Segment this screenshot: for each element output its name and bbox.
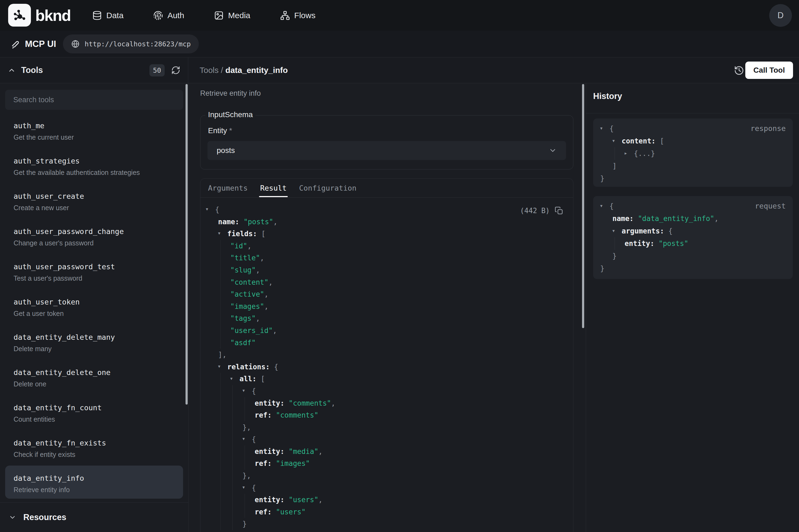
json-row: entity: "comments",	[201, 397, 573, 410]
json-row[interactable]: ▼all: [	[201, 373, 573, 385]
indent-guide	[220, 373, 221, 385]
tools-count-badge: 50	[149, 64, 165, 76]
json-punct: }	[612, 252, 617, 260]
json-row[interactable]: ▼arguments: {	[593, 225, 793, 237]
json-row[interactable]: ▼fields: [	[201, 228, 573, 240]
nav-item-media[interactable]: Media	[214, 11, 250, 20]
collapse-triangle-icon[interactable]: ▼	[600, 122, 609, 134]
collapse-triangle-icon[interactable]: ▼	[218, 227, 227, 240]
tool-item-data_entity_delete_one[interactable]: data_entity_delete_oneDelete one	[0, 364, 188, 399]
indent-guide	[220, 457, 221, 470]
refresh-tools-button[interactable]	[171, 65, 180, 75]
tool-item-data_entity_fn_exists[interactable]: data_entity_fn_existsCheck if entity exi…	[0, 435, 188, 470]
collapse-triangle-icon[interactable]: ▼	[600, 200, 609, 212]
indent-guide	[614, 237, 615, 250]
json-row[interactable]: ▼{	[201, 433, 573, 445]
tool-item-auth_user_password_change[interactable]: auth_user_password_changeChange a user's…	[0, 223, 188, 259]
collapse-triangle-icon[interactable]: ▼	[230, 373, 240, 385]
content-scrollbar[interactable]	[582, 84, 584, 328]
json-string: "users"	[276, 508, 306, 516]
user-avatar[interactable]: D	[769, 4, 792, 27]
json-row: "content",	[201, 276, 573, 288]
tools-search-box	[5, 90, 183, 110]
collapse-triangle-icon[interactable]: ▼	[243, 481, 252, 494]
json-punct: [	[261, 375, 265, 383]
request-json-tree: ▼{name: "data_entity_info",▼arguments: {…	[593, 200, 793, 275]
json-punct: ]	[612, 162, 617, 170]
tool-desc: Check if entity exists	[14, 450, 180, 459]
json-punct: ,	[273, 326, 277, 335]
breadcrumb-root[interactable]: Tools /	[199, 65, 223, 75]
json-string: "posts"	[659, 240, 688, 248]
tab-arguments[interactable]: Arguments	[208, 179, 248, 197]
indent-guide	[220, 506, 221, 518]
call-tool-button[interactable]: Call Tool	[745, 61, 793, 79]
tool-item-auth_me[interactable]: auth_meGet the current user	[0, 117, 188, 153]
tool-item-auth_user_create[interactable]: auth_user_createCreate a new user	[0, 188, 188, 223]
tool-detail-panel: Retrieve entity info InputSchema Entity*…	[189, 83, 586, 532]
collapse-triangle-icon[interactable]: ▼	[612, 134, 622, 147]
json-row: }	[593, 172, 793, 185]
json-row[interactable]: ▶{...}	[593, 147, 793, 160]
json-punct: {	[252, 435, 256, 443]
collapse-triangle-icon[interactable]: ▼	[612, 225, 622, 237]
json-punct: {	[274, 363, 278, 371]
expand-triangle-icon[interactable]: ▶	[625, 147, 634, 159]
chevron-up-icon[interactable]	[7, 66, 16, 74]
tool-item-data_entity_info[interactable]: data_entity_infoRetrieve entity info	[0, 470, 188, 505]
response-json-tree: ▼{▼content: [▶{...}]}	[593, 122, 793, 185]
entity-select-value: posts	[217, 146, 235, 155]
collapse-triangle-icon[interactable]: ▼	[243, 433, 252, 445]
json-punct: ,	[318, 448, 323, 456]
database-icon	[92, 11, 102, 20]
tool-name: data_entity_fn_exists	[14, 438, 180, 448]
json-row[interactable]: ▼relations: {	[201, 361, 573, 373]
collapse-triangle-icon[interactable]: ▼	[243, 384, 252, 397]
nav-item-flows[interactable]: Flows	[280, 11, 316, 20]
json-row[interactable]: ▼{	[593, 122, 793, 135]
history-entry-response[interactable]: response ▼{▼content: [▶{...}]}	[593, 118, 793, 187]
nav-item-data[interactable]: Data	[92, 11, 123, 20]
json-row[interactable]: ▼{	[201, 385, 573, 397]
collapse-triangle-icon[interactable]: ▼	[218, 360, 227, 373]
tool-desc: Get the current user	[14, 133, 180, 141]
json-row[interactable]: ▼{	[201, 204, 573, 216]
tool-name: data_entity_delete_one	[14, 368, 180, 377]
mcp-title: MCP UI	[25, 31, 56, 57]
search-input[interactable]	[5, 96, 183, 104]
history-entry-request[interactable]: request ▼{name: "data_entity_info",▼argu…	[593, 196, 793, 279]
tab-configuration[interactable]: Configuration	[299, 179, 356, 197]
tool-item-auth_strategies[interactable]: auth_strategiesGet the available authent…	[0, 153, 188, 188]
indent-guide	[232, 409, 233, 421]
tool-item-data_entity_delete_many[interactable]: data_entity_delete_manyDelete many	[0, 329, 188, 364]
resources-section-header[interactable]: Resources	[0, 503, 188, 532]
sidebar-scrollbar[interactable]	[186, 84, 188, 404]
json-key: name:	[218, 218, 244, 226]
brand-logo[interactable]: bknd	[8, 4, 71, 26]
indent-guide	[220, 445, 221, 458]
nav-item-auth[interactable]: Auth	[153, 11, 184, 20]
indent-guide	[614, 147, 615, 160]
tool-item-data_entity_fn_count[interactable]: data_entity_fn_countCount entities	[0, 399, 188, 435]
image-icon	[214, 11, 224, 20]
tab-result[interactable]: Result	[260, 179, 287, 197]
json-string: "comments"	[289, 399, 331, 407]
indent-guide	[245, 445, 245, 458]
json-row: ref: "users"	[201, 506, 573, 518]
json-row[interactable]: ▼{	[593, 200, 793, 212]
entity-select[interactable]: posts	[208, 141, 566, 160]
json-row[interactable]: ▼{	[201, 482, 573, 494]
json-string: "id"	[230, 242, 247, 250]
mcp-url-pill[interactable]: http://localhost:28623/mcp	[63, 34, 199, 53]
history-icon[interactable]	[734, 65, 744, 76]
json-row: }	[593, 250, 793, 262]
tool-item-auth_user_password_test[interactable]: auth_user_password_testTest a user's pas…	[0, 259, 188, 294]
json-row[interactable]: ▼content: [	[593, 135, 793, 147]
tool-list: auth_meGet the current userauth_strategi…	[0, 117, 188, 505]
json-string: "asdf"	[230, 339, 256, 347]
json-row: },	[201, 470, 573, 482]
indent-guide	[232, 482, 233, 494]
collapse-triangle-icon[interactable]: ▼	[206, 203, 215, 215]
json-string: "tags"	[230, 314, 256, 322]
tool-item-auth_user_token[interactable]: auth_user_tokenGet a user token	[0, 294, 188, 329]
